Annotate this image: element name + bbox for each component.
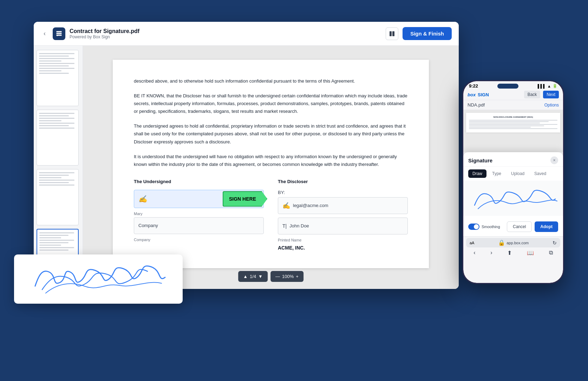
minus-icon: — [275, 274, 280, 279]
toggle-switch[interactable] [468, 224, 479, 230]
phone-bottom-bar: aA 🔒 app.box.com ↻ ‹ › ⬆ 📖 ⧉ [463, 236, 563, 258]
thumb-lines-4 [37, 230, 78, 255]
phone-status-bar: 9:22 ▌▌▌ ▲ 🔋 [463, 81, 563, 89]
signature-section: The Undersigned ✍ SIGN HERE Mary [134, 179, 408, 251]
wifi-icon: ▲ [547, 84, 551, 88]
sig-action-buttons: Cancel Adopt [507, 221, 558, 232]
thumbnail-page-1[interactable] [37, 50, 79, 106]
phone-screen: 9:22 ▌▌▌ ▲ 🔋 box SIGN Back Next NDA.pdf … [463, 81, 563, 283]
doc-paragraph-3: The undersigned agrees to hold all confi… [134, 122, 408, 146]
document-area[interactable]: described above, and to otherwise hold s… [83, 46, 459, 289]
file-subtitle: Powered by Box Sign [70, 34, 386, 39]
sig-modal-footer: Smoothing Cancel Adopt [463, 219, 563, 236]
box-logo-text: box [468, 92, 476, 97]
company-field[interactable]: Company [134, 217, 264, 234]
sig-tab-draw[interactable]: Draw [468, 169, 486, 178]
page-controls: ▲ 1/4 ▼ — 100% + [238, 271, 303, 282]
sig-tab-type[interactable]: Type [488, 169, 505, 178]
phone-tabs-icon[interactable]: ⧉ [549, 250, 553, 256]
thumbnail-page-3[interactable] [37, 169, 79, 225]
phone-forward-nav-icon[interactable]: › [490, 250, 492, 256]
sig-adopt-button[interactable]: Adopt [535, 221, 558, 232]
page-down-button[interactable]: ▲ 1/4 ▼ [238, 271, 268, 282]
mini-doc-title: NON-DISCLOSURE AGREEMENT (NDA) [469, 116, 557, 118]
chevron-up-icon: ▲ [243, 274, 248, 279]
page-indicator: 1/4 [250, 274, 256, 279]
sig-tab-upload[interactable]: Upload [507, 169, 529, 178]
phone-nav-icons: ‹ › ⬆ 📖 ⧉ [466, 249, 560, 257]
phone-url-bar[interactable]: aA 🔒 app.box.com ↻ [466, 238, 560, 247]
document-page: described above, and to otherwise hold s… [113, 60, 429, 268]
company-field-value: Company [138, 223, 158, 228]
email-field[interactable]: ✍ legal@acme.com [278, 197, 408, 214]
signature-drawing [463, 181, 563, 216]
url-container: 🔒 app.box.com [498, 239, 529, 246]
undersigned-header: The Undersigned [134, 179, 264, 184]
sig-close-button[interactable]: × [550, 156, 558, 164]
desktop-window: ‹ Contract for Signature.pdf Powered by … [34, 22, 459, 289]
dynamic-island [497, 84, 518, 89]
sig-modal-title: Signature [468, 157, 492, 163]
sig-tab-saved[interactable]: Saved [530, 169, 550, 178]
phone-back-button[interactable]: Back [524, 91, 541, 98]
thumbnail-page-2[interactable] [37, 110, 79, 166]
window-header: ‹ Contract for Signature.pdf Powered by … [34, 22, 459, 46]
box-sign-logo: box SIGN [468, 92, 489, 97]
email-value: legal@acme.com [293, 203, 328, 208]
chevron-down-icon: ▼ [258, 274, 263, 279]
sign-logo-text: SIGN [478, 92, 489, 97]
phone-back-nav-icon[interactable]: ‹ [473, 250, 475, 256]
back-button[interactable]: ‹ [41, 28, 48, 39]
printed-name-field[interactable]: T| John Doe [278, 218, 408, 234]
zoom-level: 100% [282, 274, 294, 279]
doc-paragraph-1: described above, and to otherwise hold s… [134, 77, 408, 85]
doc-paragraph-4: It is understood that the undersigned wi… [134, 153, 408, 168]
svg-point-0 [57, 35, 58, 36]
discloser-column: The Discloser BY: ✍ legal@acme.com T| Jo… [278, 179, 408, 251]
header-actions: Sign & Finish [386, 27, 452, 40]
svg-rect-2 [392, 31, 394, 36]
url-text: app.box.com [507, 241, 529, 245]
company-label: Company [134, 238, 264, 242]
thumbnail-sidebar [34, 46, 83, 289]
phone-options-button[interactable]: Options [544, 103, 559, 108]
battery-icon: 🔋 [553, 84, 557, 88]
font-size-icon: aA [470, 241, 474, 245]
sig-tabs: Draw Type Upload Saved [463, 167, 563, 181]
phone-next-button[interactable]: Next [543, 91, 559, 98]
phone-bookmarks-icon[interactable]: 📖 [527, 250, 534, 256]
layout-icon [389, 31, 395, 37]
sign-here-button[interactable]: SIGN HERE [223, 191, 267, 207]
phone-share-icon[interactable]: ⬆ [507, 250, 512, 256]
phone-mini-doc: NON-DISCLOSURE AGREEMENT (NDA) [466, 113, 560, 133]
sig-cancel-button[interactable]: Cancel [507, 221, 532, 232]
type-icon: T| [282, 223, 287, 229]
sig-modal-header: Signature × [463, 152, 563, 167]
name-value: John Doe [289, 223, 309, 228]
phone-mockup: 9:22 ▌▌▌ ▲ 🔋 box SIGN Back Next NDA.pdf … [462, 80, 564, 284]
sign-here-container: SIGN HERE [223, 191, 267, 207]
signature-preview-svg [14, 254, 183, 304]
name-field-label: Mary [134, 212, 264, 216]
undersigned-column: The Undersigned ✍ SIGN HERE Mary [134, 179, 264, 251]
refresh-icon[interactable]: ↻ [553, 240, 557, 246]
status-icons: ▌▌▌ ▲ 🔋 [538, 84, 557, 88]
zoom-button[interactable]: — 100% + [270, 271, 303, 282]
acme-company: ACME, INC. [278, 245, 408, 251]
app-icon [53, 27, 65, 40]
phone-doc-preview: NON-DISCLOSURE AGREEMENT (NDA) [463, 110, 563, 152]
signature-field-container: ✍ SIGN HERE [134, 190, 264, 208]
layout-toggle-button[interactable] [386, 27, 398, 40]
window-content: described above, and to otherwise hold s… [34, 46, 459, 289]
thumb-lines-2 [37, 110, 78, 133]
signature-canvas[interactable] [463, 181, 563, 216]
sign-finish-button[interactable]: Sign & Finish [403, 27, 452, 40]
phone-doc-name: NDA.pdf [468, 102, 485, 108]
printed-name-label: Printed Name [278, 238, 408, 242]
sig-icon-discloser: ✍ [282, 202, 290, 209]
discloser-header: The Discloser [278, 179, 408, 184]
status-time: 9:22 [469, 83, 478, 89]
lock-icon: 🔒 [498, 239, 505, 246]
file-name: Contract for Signature.pdf [70, 28, 386, 34]
smoothing-toggle[interactable]: Smoothing [468, 224, 500, 230]
